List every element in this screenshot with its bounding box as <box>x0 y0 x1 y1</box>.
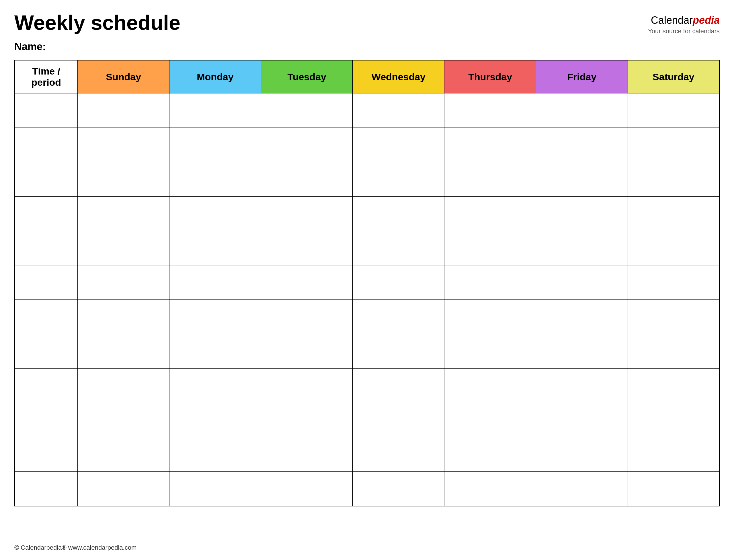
table-cell[interactable] <box>261 265 353 300</box>
table-cell[interactable] <box>353 403 445 437</box>
table-cell[interactable] <box>261 437 353 472</box>
table-cell[interactable] <box>15 231 78 265</box>
table-cell[interactable] <box>15 437 78 472</box>
table-cell[interactable] <box>15 300 78 334</box>
table-cell[interactable] <box>261 128 353 162</box>
table-cell[interactable] <box>536 300 628 334</box>
table-cell[interactable] <box>536 437 628 472</box>
table-cell[interactable] <box>353 265 445 300</box>
table-cell[interactable] <box>536 128 628 162</box>
table-cell[interactable] <box>169 300 261 334</box>
table-cell[interactable] <box>78 265 169 300</box>
table-cell[interactable] <box>536 472 628 506</box>
table-cell[interactable] <box>353 231 445 265</box>
table-cell[interactable] <box>169 197 261 231</box>
table-cell[interactable] <box>445 231 536 265</box>
table-cell[interactable] <box>78 403 169 437</box>
table-cell[interactable] <box>169 231 261 265</box>
table-cell[interactable] <box>628 197 719 231</box>
table-cell[interactable] <box>353 334 445 369</box>
table-cell[interactable] <box>445 369 536 403</box>
table-cell[interactable] <box>353 93 445 128</box>
table-cell[interactable] <box>628 128 719 162</box>
table-cell[interactable] <box>536 369 628 403</box>
table-cell[interactable] <box>628 369 719 403</box>
table-cell[interactable] <box>353 300 445 334</box>
table-cell[interactable] <box>445 403 536 437</box>
table-cell[interactable] <box>169 128 261 162</box>
table-cell[interactable] <box>261 403 353 437</box>
table-cell[interactable] <box>536 197 628 231</box>
table-cell[interactable] <box>78 334 169 369</box>
table-cell[interactable] <box>261 472 353 506</box>
table-cell[interactable] <box>445 265 536 300</box>
table-cell[interactable] <box>169 265 261 300</box>
table-cell[interactable] <box>536 231 628 265</box>
table-cell[interactable] <box>169 334 261 369</box>
table-cell[interactable] <box>78 93 169 128</box>
table-cell[interactable] <box>261 197 353 231</box>
table-cell[interactable] <box>169 403 261 437</box>
table-cell[interactable] <box>169 437 261 472</box>
table-cell[interactable] <box>15 369 78 403</box>
table-cell[interactable] <box>261 93 353 128</box>
table-cell[interactable] <box>536 403 628 437</box>
table-cell[interactable] <box>169 93 261 128</box>
table-cell[interactable] <box>15 93 78 128</box>
table-cell[interactable] <box>261 369 353 403</box>
table-cell[interactable] <box>628 472 719 506</box>
table-cell[interactable] <box>353 197 445 231</box>
table-cell[interactable] <box>261 162 353 197</box>
table-cell[interactable] <box>15 472 78 506</box>
table-cell[interactable] <box>628 162 719 197</box>
table-cell[interactable] <box>445 197 536 231</box>
table-cell[interactable] <box>445 300 536 334</box>
table-cell[interactable] <box>445 162 536 197</box>
table-cell[interactable] <box>353 162 445 197</box>
table-cell[interactable] <box>628 403 719 437</box>
table-cell[interactable] <box>445 128 536 162</box>
table-row <box>15 300 719 334</box>
table-cell[interactable] <box>78 231 169 265</box>
table-cell[interactable] <box>353 128 445 162</box>
table-cell[interactable] <box>628 334 719 369</box>
table-cell[interactable] <box>445 93 536 128</box>
table-cell[interactable] <box>536 265 628 300</box>
table-cell[interactable] <box>628 265 719 300</box>
table-cell[interactable] <box>261 300 353 334</box>
table-cell[interactable] <box>628 93 719 128</box>
table-cell[interactable] <box>261 334 353 369</box>
table-row <box>15 472 719 506</box>
table-cell[interactable] <box>169 369 261 403</box>
table-cell[interactable] <box>78 197 169 231</box>
header-friday: Friday <box>536 60 628 93</box>
table-cell[interactable] <box>353 437 445 472</box>
table-cell[interactable] <box>78 369 169 403</box>
table-cell[interactable] <box>15 197 78 231</box>
table-cell[interactable] <box>261 231 353 265</box>
table-cell[interactable] <box>445 334 536 369</box>
table-cell[interactable] <box>445 472 536 506</box>
table-cell[interactable] <box>628 300 719 334</box>
table-cell[interactable] <box>353 472 445 506</box>
table-cell[interactable] <box>169 162 261 197</box>
table-cell[interactable] <box>536 334 628 369</box>
table-cell[interactable] <box>78 437 169 472</box>
table-cell[interactable] <box>15 128 78 162</box>
table-cell[interactable] <box>15 403 78 437</box>
table-cell[interactable] <box>78 300 169 334</box>
table-cell[interactable] <box>15 265 78 300</box>
table-cell[interactable] <box>536 93 628 128</box>
table-cell[interactable] <box>353 369 445 403</box>
table-row <box>15 93 719 128</box>
table-cell[interactable] <box>169 472 261 506</box>
table-cell[interactable] <box>536 162 628 197</box>
table-cell[interactable] <box>15 334 78 369</box>
table-cell[interactable] <box>78 162 169 197</box>
table-cell[interactable] <box>78 472 169 506</box>
table-cell[interactable] <box>628 437 719 472</box>
table-cell[interactable] <box>628 231 719 265</box>
table-cell[interactable] <box>15 162 78 197</box>
table-cell[interactable] <box>445 437 536 472</box>
table-cell[interactable] <box>78 128 169 162</box>
